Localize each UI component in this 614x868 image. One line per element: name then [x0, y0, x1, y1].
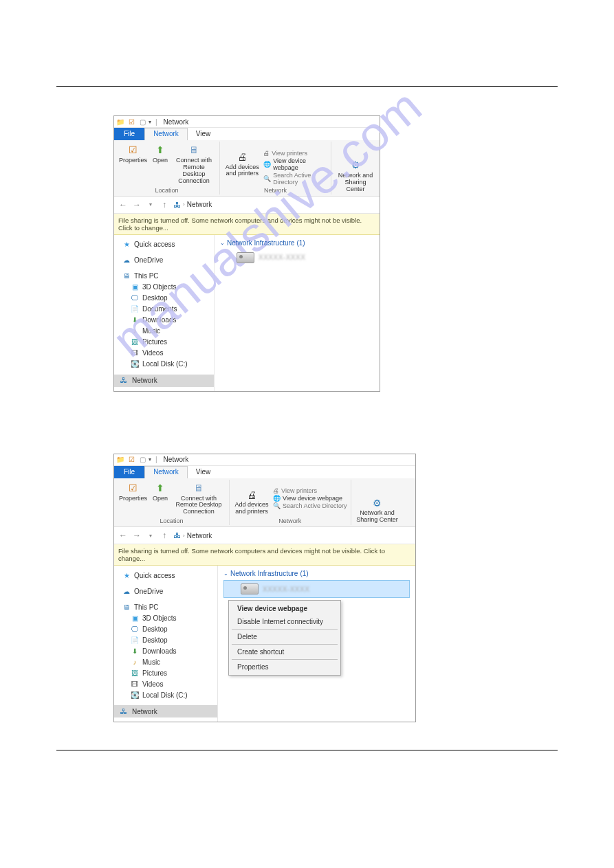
view-device-webpage-button[interactable]: 🌐View device webpage: [262, 157, 329, 171]
breadcrumb-network: Network: [187, 201, 212, 208]
properties-qat-icon[interactable]: ☑: [127, 456, 135, 464]
documents-icon: 📄: [131, 305, 139, 313]
network-icon: 🖧: [173, 201, 181, 209]
3d-objects-icon: ▣: [131, 614, 139, 622]
menu-item-delete[interactable]: Delete: [230, 630, 339, 643]
menu-item-properties[interactable]: Properties: [230, 660, 339, 674]
sidebar-item-network[interactable]: 🖧Network: [114, 375, 214, 387]
sidebar-item-quick-access[interactable]: ★Quick access: [114, 239, 214, 250]
menu-separator: [232, 659, 338, 660]
view-printers-button[interactable]: 🖨View printers: [272, 487, 349, 494]
open-button[interactable]: ⬆ Open: [150, 143, 171, 165]
sidebar-item-desktop[interactable]: 🖵Desktop: [114, 623, 217, 634]
context-menu: View device webpage Disable Internet con…: [228, 600, 341, 676]
tab-file[interactable]: File: [114, 466, 144, 478]
info-bar[interactable]: File sharing is turned off. Some network…: [114, 544, 415, 566]
back-button[interactable]: ←: [118, 200, 128, 210]
breadcrumb[interactable]: 🖧 › Network: [173, 531, 212, 539]
tab-view[interactable]: View: [188, 466, 219, 478]
sidebar-item-this-pc[interactable]: 🖥This PC: [114, 271, 214, 282]
category-count: (1): [300, 570, 308, 577]
title-bar[interactable]: 📁 ☑ ▢ ▾ | Network: [114, 454, 415, 466]
sidebar-item-music[interactable]: ♪Music: [114, 326, 214, 337]
sidebar-item-local-disk[interactable]: 💽Local Disk (C:): [114, 689, 217, 700]
recent-dropdown-icon[interactable]: ▾: [146, 201, 155, 208]
onedrive-icon: ☁: [122, 256, 131, 265]
sidebar-item-pictures[interactable]: 🖼Pictures: [114, 337, 214, 348]
folder-icon: 📁: [116, 118, 124, 126]
sidebar-item-music[interactable]: ♪Music: [114, 656, 217, 667]
qat-dropdown-icon[interactable]: ▾: [146, 119, 153, 125]
window-title: Network: [164, 456, 189, 463]
search-ad-button[interactable]: 🔍Search Active Directory: [262, 172, 329, 186]
view-printers-button[interactable]: 🖨View printers: [262, 150, 329, 157]
sidebar-item-videos[interactable]: 🎞Videos: [114, 348, 214, 359]
forward-button[interactable]: →: [132, 200, 142, 210]
category-header-network-infrastructure[interactable]: ⌄ Network Infrastructure (1): [215, 238, 380, 248]
sidebar-item-onedrive[interactable]: ☁OneDrive: [114, 586, 217, 597]
menu-item-view-device-webpage[interactable]: View device webpage: [230, 602, 339, 615]
back-button[interactable]: ←: [118, 531, 128, 540]
sharing-center-button[interactable]: ⚙ Network and Sharing Center: [333, 158, 377, 194]
info-bar[interactable]: File sharing is turned off. Some network…: [114, 214, 380, 235]
properties-button[interactable]: ☑ Properties: [116, 481, 150, 503]
sidebar-item-documents[interactable]: 📄Documents: [114, 304, 214, 315]
sidebar-item-onedrive[interactable]: ☁OneDrive: [114, 255, 214, 266]
sidebar-item-label: Videos: [142, 680, 163, 688]
network-device-item-selected[interactable]: XXXXX-XXXX: [223, 580, 410, 598]
forward-button[interactable]: →: [132, 531, 142, 540]
sidebar-item-documents[interactable]: 📄Desktop: [114, 634, 217, 645]
tab-view[interactable]: View: [188, 128, 219, 140]
tab-network[interactable]: Network: [144, 466, 188, 478]
pc-icon: 🖥: [122, 603, 131, 611]
view-printers-label: View printers: [281, 487, 317, 494]
sidebar-item-pictures[interactable]: 🖼Pictures: [114, 667, 217, 678]
menu-item-create-shortcut[interactable]: Create shortcut: [230, 645, 339, 658]
up-button[interactable]: ↑: [160, 200, 169, 210]
sidebar-item-downloads[interactable]: ⬇Downloads: [114, 315, 214, 326]
sidebar-item-3d-objects[interactable]: ▣3D Objects: [114, 282, 214, 293]
sidebar-item-videos[interactable]: 🎞Videos: [114, 678, 217, 689]
remote-desktop-button[interactable]: 🖥 Connect with Remote Desktop Connection: [171, 143, 217, 186]
remote-desktop-button[interactable]: 🖥 Connect with Remote Desktop Connection: [171, 481, 227, 517]
sidebar-item-desktop[interactable]: 🖵Desktop: [114, 293, 214, 304]
ribbon-group-sharing: ⚙ Network and Sharing Center: [351, 480, 404, 526]
desktop-icon: 🖵: [131, 625, 139, 633]
sidebar-item-quick-access[interactable]: ★Quick access: [114, 570, 217, 581]
tab-file[interactable]: File: [114, 128, 144, 140]
sharing-center-button[interactable]: ⚙ Network and Sharing Center: [353, 496, 402, 524]
search-ad-button[interactable]: 🔍Search Active Directory: [272, 502, 349, 509]
properties-qat-icon[interactable]: ☑: [127, 118, 135, 126]
sharing-center-label: Network and Sharing Center: [356, 510, 399, 524]
network-device-item[interactable]: XXXXX-XXXX: [220, 249, 374, 266]
sidebar-item-3d-objects[interactable]: ▣3D Objects: [114, 612, 217, 623]
up-button[interactable]: ↑: [160, 531, 169, 540]
menu-item-disable-internet[interactable]: Disable Internet connectivity: [230, 615, 339, 628]
open-button[interactable]: ⬆ Open: [150, 481, 171, 503]
breadcrumb[interactable]: 🖧 › Network: [173, 201, 212, 209]
qat-dropdown-icon[interactable]: ▾: [146, 456, 153, 463]
title-bar[interactable]: 📁 ☑ ▢ ▾ | Network: [114, 116, 380, 128]
pictures-icon: 🖼: [131, 338, 139, 346]
view-device-webpage-button[interactable]: 🌐View device webpage: [272, 495, 349, 502]
videos-icon: 🎞: [131, 349, 139, 357]
breadcrumb-chevron: ›: [183, 201, 185, 208]
tab-network[interactable]: Network: [144, 128, 188, 140]
sidebar-item-downloads[interactable]: ⬇Downloads: [114, 645, 217, 656]
search-icon: 🔍: [273, 502, 281, 509]
properties-button[interactable]: ☑ Properties: [116, 143, 150, 165]
webpage-icon: 🌐: [273, 495, 281, 502]
sidebar-item-label: Quick access: [134, 241, 175, 248]
properties-label: Properties: [119, 157, 147, 164]
sidebar-item-local-disk[interactable]: 💽Local Disk (C:): [114, 359, 214, 370]
file-explorer-window-2: 📁 ☑ ▢ ▾ | Network File Network View ☑ Pr…: [113, 454, 416, 723]
add-devices-button[interactable]: 🖨 Add devices and printers: [222, 150, 262, 179]
add-devices-button[interactable]: 🖨 Add devices and printers: [232, 487, 272, 516]
ribbon-group-network: 🖨 Add devices and printers 🖨View printer…: [220, 142, 331, 194]
sidebar-item-network[interactable]: 🖧Network: [114, 705, 217, 717]
main-content: ⌄ Network Infrastructure (1) XXXXX-XXXX: [215, 235, 380, 391]
category-count: (1): [296, 239, 305, 247]
category-header-network-infrastructure[interactable]: ⌄ Network Infrastructure (1): [218, 568, 415, 579]
sidebar-item-this-pc[interactable]: 🖥This PC: [114, 601, 217, 612]
recent-dropdown-icon[interactable]: ▾: [146, 533, 155, 539]
